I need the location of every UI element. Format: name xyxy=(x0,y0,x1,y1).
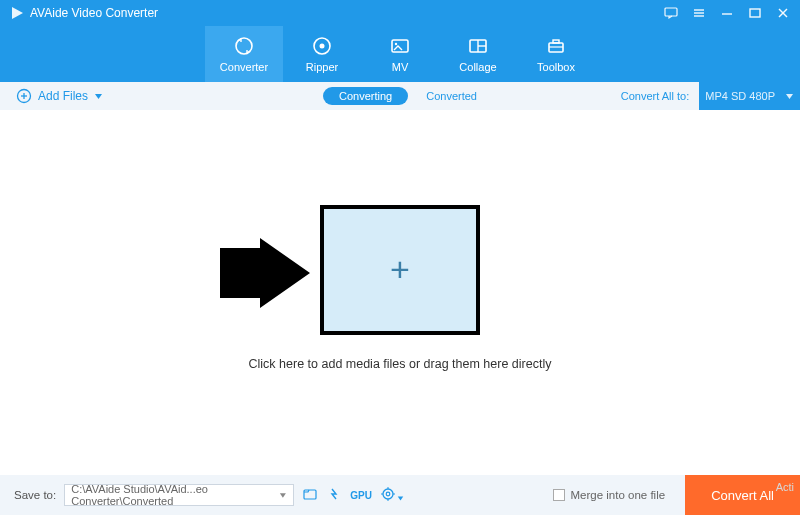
merge-label: Merge into one file xyxy=(571,489,666,501)
svg-point-29 xyxy=(386,492,390,496)
titlebar: AVAide Video Converter xyxy=(0,0,800,26)
merge-checkbox[interactable]: Merge into one file xyxy=(553,489,666,501)
svg-point-13 xyxy=(395,43,397,45)
save-path-value: C:\AVAide Studio\AVAid...eo Converter\Co… xyxy=(71,483,279,507)
ripper-icon xyxy=(311,35,333,57)
nav-label: Ripper xyxy=(306,61,338,73)
svg-rect-27 xyxy=(304,490,316,499)
add-media-dropzone[interactable]: + xyxy=(320,205,480,335)
tab-converted[interactable]: Converted xyxy=(426,90,477,102)
svg-marker-23 xyxy=(95,94,102,99)
nav-collage[interactable]: Collage xyxy=(439,26,517,82)
save-to-label: Save to: xyxy=(14,489,56,501)
footer-tools: GPU xyxy=(302,486,404,504)
output-format-select[interactable]: MP4 SD 480P xyxy=(699,82,800,110)
tab-converting[interactable]: Converting xyxy=(323,87,408,105)
mv-icon xyxy=(389,35,411,57)
main-area: + Click here to add media files or drag … xyxy=(0,110,800,475)
nav-toolbox[interactable]: Toolbox xyxy=(517,26,595,82)
svg-point-28 xyxy=(383,489,393,499)
nav-ripper[interactable]: Ripper xyxy=(283,26,361,82)
footer-bar: Save to: C:\AVAide Studio\AVAid...eo Con… xyxy=(0,475,800,515)
nav-label: Collage xyxy=(459,61,496,73)
svg-marker-0 xyxy=(12,7,23,19)
convert-all-to: Convert All to: MP4 SD 480P xyxy=(621,82,784,110)
app-title: AVAide Video Converter xyxy=(30,6,158,20)
menu-icon[interactable] xyxy=(692,6,706,20)
feedback-icon[interactable] xyxy=(664,6,678,20)
nav-label: MV xyxy=(392,61,409,73)
svg-marker-25 xyxy=(220,238,310,308)
nav-label: Converter xyxy=(220,61,268,73)
chevron-down-icon xyxy=(785,92,794,101)
toolbox-icon xyxy=(545,35,567,57)
convert-all-label: Convert All to: xyxy=(621,90,689,102)
collage-icon xyxy=(467,35,489,57)
svg-marker-26 xyxy=(280,493,286,497)
arrow-annotation xyxy=(220,238,310,312)
chevron-down-icon xyxy=(279,491,287,500)
checkbox-icon xyxy=(553,489,565,501)
svg-point-11 xyxy=(320,44,325,49)
svg-marker-34 xyxy=(398,497,403,501)
gpu-icon[interactable]: GPU xyxy=(350,490,372,501)
svg-rect-1 xyxy=(665,8,677,16)
minimize-icon[interactable] xyxy=(720,6,734,20)
add-files-label: Add Files xyxy=(38,89,88,103)
status-tabs: Converting Converted xyxy=(323,87,477,105)
watermark-text: Acti xyxy=(776,481,794,493)
save-path-select[interactable]: C:\AVAide Studio\AVAid...eo Converter\Co… xyxy=(64,484,294,506)
svg-marker-24 xyxy=(786,94,793,99)
svg-rect-18 xyxy=(553,40,559,43)
format-value: MP4 SD 480P xyxy=(705,90,775,102)
app-logo: AVAide Video Converter xyxy=(10,6,158,20)
nav-mv[interactable]: MV xyxy=(361,26,439,82)
settings-icon[interactable] xyxy=(380,486,404,504)
open-folder-icon[interactable] xyxy=(302,486,318,504)
play-logo-icon xyxy=(10,6,24,20)
maximize-icon[interactable] xyxy=(748,6,762,20)
window-controls xyxy=(664,6,790,20)
plus-icon: + xyxy=(390,250,410,289)
converter-icon xyxy=(233,35,255,57)
add-files-button[interactable]: Add Files xyxy=(16,88,103,104)
close-icon[interactable] xyxy=(776,6,790,20)
plus-circle-icon xyxy=(16,88,32,104)
svg-rect-6 xyxy=(750,9,760,17)
subbar: Add Files Converting Converted Convert A… xyxy=(0,82,800,110)
main-nav: Converter Ripper MV Collage Toolbox xyxy=(0,26,800,82)
speed-icon[interactable] xyxy=(326,486,342,504)
chevron-down-icon xyxy=(94,92,103,101)
nav-converter[interactable]: Converter xyxy=(205,26,283,82)
dropzone-hint: Click here to add media files or drag th… xyxy=(249,357,552,371)
nav-label: Toolbox xyxy=(537,61,575,73)
